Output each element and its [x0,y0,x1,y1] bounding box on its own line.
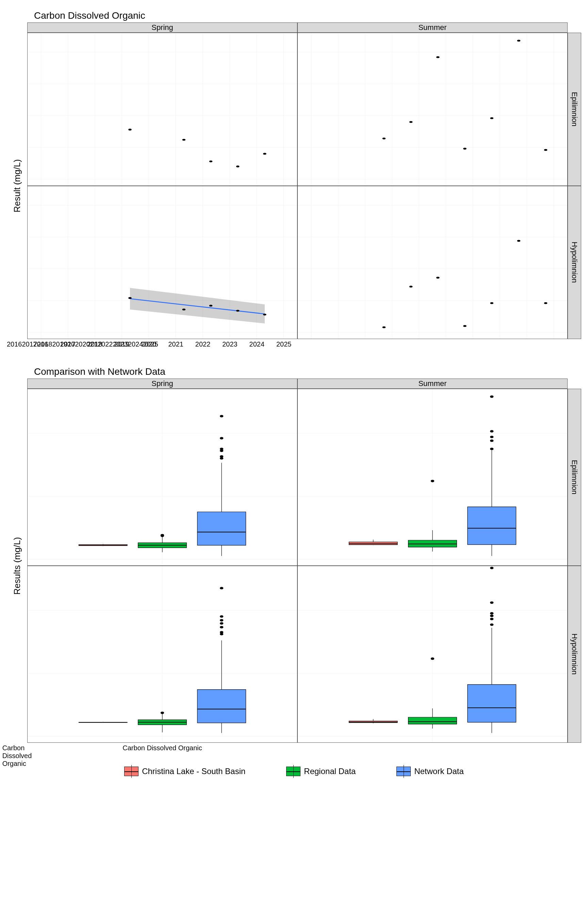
box-chart: Comparison with Network Data Spring Summ… [7,366,581,753]
chart-title-2: Comparison with Network Data [34,366,581,377]
panel-spring-hypo-2: 01020 [27,566,297,743]
svg-point-108 [220,415,223,417]
svg-point-40 [517,40,521,42]
svg-point-104 [220,456,223,457]
svg-point-107 [220,437,223,439]
svg-point-143 [161,712,164,714]
svg-point-79 [409,286,413,287]
svg-rect-170 [468,685,516,722]
svg-point-151 [220,622,223,624]
facet-row-hypo: Hypolimnion [568,186,581,339]
svg-point-78 [383,327,386,328]
panel-spring-hypo: 2.002.252.502.753.00 [27,186,297,339]
svg-point-19 [263,153,267,155]
svg-point-62 [263,314,267,315]
svg-point-150 [220,626,223,628]
svg-point-18 [236,165,239,167]
x-axis-2-left: Carbon Dissolved Organic [7,743,27,753]
svg-point-37 [436,56,439,58]
svg-point-36 [409,121,413,123]
svg-point-174 [490,615,493,617]
svg-point-38 [463,148,467,149]
panel-spring-epi: 2.002.252.502.753.00 [27,33,297,186]
chart-title-1: Carbon Dissolved Organic [34,10,581,21]
svg-point-106 [220,448,223,450]
svg-point-58 [128,297,132,299]
legend: Christina Lake - South BasinRegional Dat… [7,766,581,776]
svg-point-16 [183,139,186,141]
panel-summer-hypo [297,186,568,339]
svg-rect-101 [197,512,246,545]
facet-col-summer-2: Summer [297,378,568,389]
svg-point-173 [490,618,493,620]
x-axis-1-right: 2016201720182019202020212022202320242025 [27,339,297,349]
scatter-chart: Carbon Dissolved Organic Spring Summer R… [7,10,581,349]
svg-point-35 [383,137,386,139]
x-axis-1-left: 2016201720182019202020212022202320242025 [7,339,27,349]
svg-point-127 [490,440,493,442]
svg-point-176 [490,601,493,603]
svg-point-41 [544,149,548,151]
svg-point-80 [436,277,439,278]
svg-point-177 [490,567,493,569]
svg-point-129 [490,430,493,432]
panel-spring-epi-2: 01020 [27,389,297,566]
facet-col-spring-2: Spring [27,378,297,389]
svg-point-39 [490,117,493,119]
svg-point-121 [431,480,434,482]
svg-point-128 [490,436,493,438]
panel-summer-epi-2 [297,389,568,566]
svg-point-172 [490,624,493,626]
svg-point-82 [490,302,493,304]
svg-point-59 [183,309,186,310]
svg-point-152 [220,619,223,621]
svg-point-98 [161,534,164,536]
facet-row-hypo-2: Hypolimnion [568,566,581,743]
facet-col-spring: Spring [27,23,297,33]
svg-rect-124 [468,507,516,545]
x-axis-2-right: Carbon Dissolved Organic [27,743,297,753]
svg-rect-165 [408,717,457,724]
panel-summer-epi [297,33,568,186]
svg-point-61 [236,310,239,312]
facet-col-summer: Summer [297,23,568,33]
svg-point-153 [220,616,223,618]
panel-summer-hypo-2 [297,566,568,743]
svg-point-83 [517,240,521,242]
facet-row-epi-2: Epilimnion [568,389,581,566]
svg-point-175 [490,613,493,614]
svg-point-15 [128,129,132,130]
svg-point-130 [490,396,493,398]
svg-point-84 [544,302,548,304]
svg-point-81 [463,325,467,327]
svg-rect-146 [197,690,246,723]
facet-row-epi: Epilimnion [568,33,581,186]
y-axis-label-2: Results (mg/L) [7,389,27,743]
svg-point-126 [490,448,493,450]
svg-point-60 [209,305,213,306]
svg-point-17 [209,160,213,162]
svg-point-149 [220,631,223,633]
y-axis-label-1: Result (mg/L) [7,33,27,339]
svg-point-167 [431,658,434,660]
svg-point-154 [220,587,223,589]
